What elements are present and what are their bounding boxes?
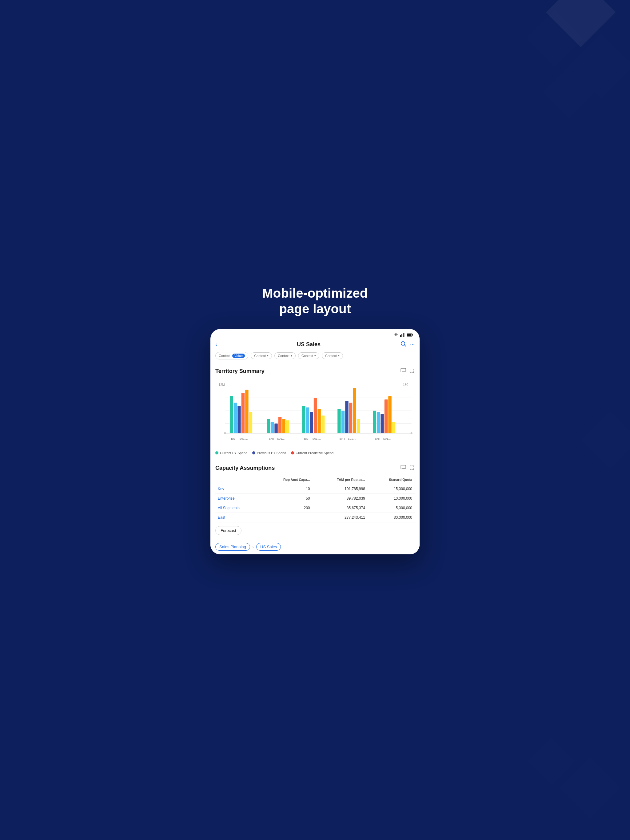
row-quota-all-segments: 5,000,000: [367, 503, 415, 513]
svg-point-8: [401, 342, 405, 345]
legend-dot-predictive: [291, 452, 294, 455]
svg-rect-40: [342, 411, 345, 433]
svg-rect-2: [401, 334, 402, 337]
filter-chip-2[interactable]: Context ▾: [274, 352, 296, 359]
row-rep-acct-enterprise: 50: [260, 494, 313, 503]
breadcrumb-bar: Sales Planning › US Sales: [211, 539, 419, 554]
svg-rect-36: [317, 409, 321, 433]
svg-rect-27: [274, 423, 277, 433]
battery-icon: [407, 333, 413, 337]
status-icons: [393, 333, 413, 337]
territory-summary-header: Territory Summary: [215, 368, 415, 375]
svg-text:ENT - S01....: ENT - S01....: [340, 437, 356, 440]
svg-rect-37: [321, 415, 324, 433]
svg-rect-47: [377, 412, 380, 433]
back-button[interactable]: ‹: [215, 341, 217, 348]
svg-rect-34: [310, 412, 313, 433]
status-bar: [211, 329, 419, 338]
table-header-row: Rep Acct Capa... TAM per Rep ac... Stana…: [215, 475, 415, 484]
chart-legend: Current PY Spend Previous PY Spend Curre…: [215, 448, 415, 459]
col-header-tam: TAM per Rep ac...: [313, 475, 367, 484]
svg-rect-32: [302, 406, 305, 433]
device-frame: ‹ US Sales ··· Context Value Context: [211, 329, 419, 554]
svg-rect-23: [249, 412, 252, 433]
svg-rect-19: [234, 403, 237, 433]
svg-rect-6: [413, 334, 413, 335]
legend-previous-py: Previous PY Spend: [252, 451, 286, 455]
svg-point-54: [224, 432, 226, 434]
breadcrumb-sales-planning[interactable]: Sales Planning: [215, 543, 250, 551]
more-button[interactable]: ···: [410, 341, 415, 348]
territory-summary-title: Territory Summary: [215, 368, 264, 374]
territory-chart: 12M 180: [215, 379, 415, 446]
forecast-row: Forecast: [211, 523, 419, 539]
capacity-assumptions-header: Capacity Assumptions: [215, 465, 415, 472]
nav-title: US Sales: [297, 341, 321, 348]
svg-rect-10: [401, 368, 406, 372]
filter-chip-0[interactable]: Context Value: [215, 352, 248, 359]
svg-rect-4: [404, 333, 405, 337]
capacity-comment-icon[interactable]: [400, 465, 406, 472]
svg-text:ENT - S01....: ENT - S01....: [375, 437, 392, 440]
svg-rect-22: [245, 390, 248, 433]
breadcrumb-separator: ›: [253, 545, 254, 549]
row-label-all-segments: All Segments: [215, 503, 260, 513]
legend-current-predictive: Current Predictive Spend: [291, 451, 334, 455]
wifi-icon: [393, 333, 399, 337]
legend-dot-previous-py: [252, 452, 255, 455]
svg-rect-43: [353, 388, 356, 433]
svg-text:ENT - S01....: ENT - S01....: [231, 437, 248, 440]
svg-rect-7: [407, 333, 412, 336]
svg-rect-41: [345, 401, 348, 433]
row-rep-acct-key: 10: [260, 484, 313, 494]
svg-text:12M: 12M: [218, 383, 225, 387]
svg-rect-29: [282, 419, 285, 433]
table-row: Key 10 101,785,998 15,000,000: [215, 484, 415, 494]
capacity-table: Rep Acct Capa... TAM per Rep ac... Stana…: [215, 475, 415, 523]
svg-text:180: 180: [403, 383, 408, 387]
table-row: All Segments 200 85,675,374 5,000,000: [215, 503, 415, 513]
svg-rect-42: [349, 403, 352, 433]
forecast-button[interactable]: Forecast: [215, 526, 242, 535]
row-rep-acct-east: [260, 513, 313, 522]
col-header-quota: Stanard Quota: [367, 475, 415, 484]
territory-summary-section: Territory Summary: [211, 363, 419, 459]
svg-text:ENT - S01....: ENT - S01....: [269, 437, 285, 440]
svg-rect-49: [385, 399, 388, 433]
nav-bar: ‹ US Sales ···: [211, 338, 419, 352]
filter-chip-3[interactable]: Context ▾: [298, 352, 319, 359]
table-row: East 277,243,411 30,000,000: [215, 513, 415, 522]
svg-rect-25: [267, 419, 270, 433]
row-tam-key: 101,785,998: [313, 484, 367, 494]
breadcrumb-us-sales[interactable]: US Sales: [256, 543, 281, 551]
svg-line-9: [405, 345, 406, 346]
legend-dot-current-py: [215, 452, 218, 455]
comment-icon[interactable]: [400, 368, 406, 375]
search-button[interactable]: [400, 341, 406, 348]
svg-rect-44: [357, 419, 360, 433]
row-tam-east: 277,243,411: [313, 513, 367, 522]
row-rep-acct-all-segments: 200: [260, 503, 313, 513]
capacity-assumptions-section: Capacity Assumptions: [211, 460, 419, 523]
row-label-east: East: [215, 513, 260, 522]
capacity-expand-icon[interactable]: [409, 465, 415, 472]
territory-summary-icons: [400, 368, 415, 375]
filter-chip-1[interactable]: Context ▾: [251, 352, 272, 359]
svg-text:ENT - S01....: ENT - S01....: [304, 437, 321, 440]
svg-marker-0: [395, 335, 397, 336]
row-tam-enterprise: 89,782,039: [313, 494, 367, 503]
page-wrapper: Mobile-optimized page layout: [195, 273, 435, 567]
col-header-label: [215, 475, 260, 484]
capacity-assumptions-title: Capacity Assumptions: [215, 465, 275, 471]
svg-rect-3: [403, 333, 404, 337]
expand-icon[interactable]: [409, 368, 415, 375]
svg-rect-39: [337, 409, 340, 433]
svg-rect-33: [306, 407, 309, 433]
filter-chip-4[interactable]: Context ▾: [322, 352, 343, 359]
svg-rect-1: [400, 335, 401, 337]
svg-rect-56: [401, 465, 406, 469]
col-header-rep-acct: Rep Acct Capa...: [260, 475, 313, 484]
svg-rect-18: [230, 396, 233, 433]
svg-rect-50: [388, 396, 391, 433]
filter-row: Context Value Context ▾ Context ▾ Contex…: [211, 352, 419, 363]
